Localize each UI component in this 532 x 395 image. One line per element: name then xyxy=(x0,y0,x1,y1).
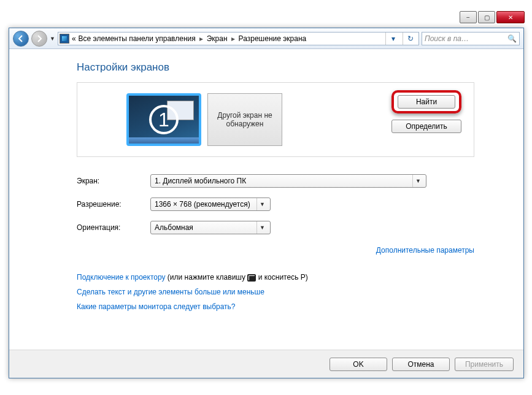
display-arrangement-box[interactable]: 1 Другой экран не обнаружен Найти Опреде… xyxy=(77,82,474,157)
breadcrumb-item[interactable]: Все элементы панели управления xyxy=(79,34,196,43)
breadcrumb-item[interactable]: Экран xyxy=(207,34,228,43)
other-display-label: Другой экран не обнаружен xyxy=(210,111,279,128)
display-select[interactable]: 1. Дисплей мобильного ПК ▼ xyxy=(150,174,426,188)
monitor-1-thumbnail[interactable]: 1 xyxy=(126,93,201,146)
dialog-button-bar: OK Отмена Применить xyxy=(9,350,523,378)
orientation-label: Ориентация: xyxy=(77,223,150,232)
content-area: Настройки экранов 1 Другой экран не обна… xyxy=(9,49,523,378)
display-select-value: 1. Дисплей мобильного ПК xyxy=(155,177,246,185)
search-input[interactable]: Поиск в па… 🔍 xyxy=(422,32,520,45)
projector-hint-b: и коснитесь P) xyxy=(258,273,308,282)
window-controls: − ▢ ✕ xyxy=(460,11,525,26)
identify-button[interactable]: Определить xyxy=(391,120,461,133)
chevron-down-icon: ▼ xyxy=(256,198,268,210)
chevron-down-icon: ▼ xyxy=(256,221,268,234)
advanced-link-row: Дополнительные параметры xyxy=(77,244,474,255)
addr-dropdown-icon[interactable]: ▾ xyxy=(385,33,400,45)
resolution-select[interactable]: 1366 × 768 (рекомендуется) ▼ xyxy=(150,198,271,211)
refresh-icon[interactable]: ↻ xyxy=(403,33,417,45)
nav-forward-button[interactable] xyxy=(31,31,47,47)
resolution-label: Разрешение: xyxy=(77,200,150,209)
breadcrumb-item[interactable]: Разрешение экрана xyxy=(239,34,307,43)
tutorial-highlight: Найти xyxy=(391,90,461,113)
nav-back-button[interactable] xyxy=(13,31,29,47)
navigation-bar: ▼ « Все элементы панели управления ▸ Экр… xyxy=(9,28,523,49)
apply-button[interactable]: Применить xyxy=(455,358,514,371)
projector-hint-a: (или нажмите клавишу xyxy=(168,273,248,282)
address-bar[interactable]: « Все элементы панели управления ▸ Экран… xyxy=(58,32,419,45)
breadcrumb-prefix: « xyxy=(72,34,76,43)
resolution-select-value: 1366 × 768 (рекомендуется) xyxy=(155,200,250,209)
nav-history-dropdown[interactable]: ▼ xyxy=(50,36,55,42)
orientation-select[interactable]: Альбомная ▼ xyxy=(150,221,271,234)
ok-button[interactable]: OK xyxy=(330,358,387,371)
page-title: Настройки экранов xyxy=(77,61,474,74)
orientation-select-value: Альбомная xyxy=(155,223,193,232)
taskbar-preview-icon xyxy=(129,137,199,144)
help-links: Подключение к проектору (или нажмите кла… xyxy=(77,270,474,314)
display-settings-form: Экран: 1. Дисплей мобильного ПК ▼ Разреш… xyxy=(77,174,474,234)
windows-key-icon xyxy=(247,274,256,282)
chevron-right-icon[interactable]: ▸ xyxy=(230,34,236,43)
display-label: Экран: xyxy=(77,177,150,185)
advanced-settings-link[interactable]: Дополнительные параметры xyxy=(376,246,474,255)
close-button[interactable]: ✕ xyxy=(496,11,525,23)
detect-button[interactable]: Найти xyxy=(398,95,455,109)
which-monitor-link[interactable]: Какие параметры монитора следует выбрать… xyxy=(77,302,236,311)
control-panel-window: − ▢ ✕ ▼ « Все элементы панели управления… xyxy=(9,28,524,378)
monitor-number: 1 xyxy=(149,105,179,134)
control-panel-icon xyxy=(60,34,69,44)
other-display-placeholder[interactable]: Другой экран не обнаружен xyxy=(207,93,282,146)
connect-projector-link[interactable]: Подключение к проектору xyxy=(77,273,166,282)
search-icon: 🔍 xyxy=(507,34,517,43)
display-side-buttons: Найти Определить xyxy=(391,90,461,133)
maximize-button[interactable]: ▢ xyxy=(478,11,495,23)
chevron-right-icon[interactable]: ▸ xyxy=(198,34,204,43)
minimize-button[interactable]: − xyxy=(460,11,477,23)
cancel-button[interactable]: Отмена xyxy=(392,358,450,371)
text-size-link[interactable]: Сделать текст и другие элементы больше и… xyxy=(77,288,264,296)
chevron-down-icon: ▼ xyxy=(412,175,423,187)
search-placeholder: Поиск в па… xyxy=(425,34,469,43)
